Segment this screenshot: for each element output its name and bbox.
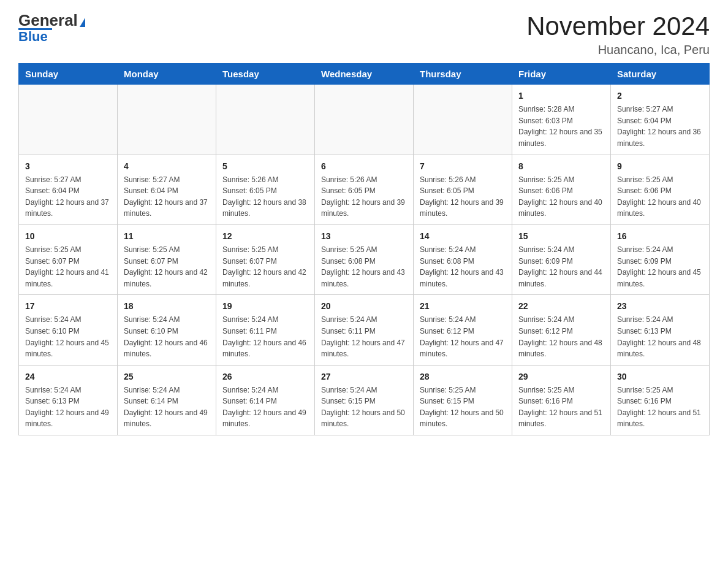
month-title: November 2024 xyxy=(526,12,710,40)
day-info: Sunrise: 5:25 AM Sunset: 6:08 PM Dayligh… xyxy=(321,244,407,289)
day-info: Sunrise: 5:24 AM Sunset: 6:13 PM Dayligh… xyxy=(617,314,703,359)
table-row: 30Sunrise: 5:25 AM Sunset: 6:16 PM Dayli… xyxy=(611,365,710,435)
col-wednesday: Wednesday xyxy=(315,64,414,85)
day-number: 29 xyxy=(518,370,604,383)
day-info: Sunrise: 5:27 AM Sunset: 6:04 PM Dayligh… xyxy=(617,104,703,149)
day-number: 5 xyxy=(222,160,308,173)
day-info: Sunrise: 5:24 AM Sunset: 6:11 PM Dayligh… xyxy=(321,314,407,359)
day-number: 14 xyxy=(420,230,506,243)
day-number: 8 xyxy=(518,160,604,173)
table-row: 3Sunrise: 5:27 AM Sunset: 6:04 PM Daylig… xyxy=(19,155,118,224)
calendar-week-row: 1Sunrise: 5:28 AM Sunset: 6:03 PM Daylig… xyxy=(19,85,710,155)
table-row: 2Sunrise: 5:27 AM Sunset: 6:04 PM Daylig… xyxy=(611,85,710,155)
day-number: 4 xyxy=(124,160,210,173)
day-info: Sunrise: 5:24 AM Sunset: 6:09 PM Dayligh… xyxy=(518,244,604,289)
day-info: Sunrise: 5:25 AM Sunset: 6:15 PM Dayligh… xyxy=(420,385,506,430)
days-of-week-row: Sunday Monday Tuesday Wednesday Thursday… xyxy=(19,64,710,85)
day-number: 7 xyxy=(420,160,506,173)
col-thursday: Thursday xyxy=(414,64,512,85)
table-row: 27Sunrise: 5:24 AM Sunset: 6:15 PM Dayli… xyxy=(315,365,414,435)
day-info: Sunrise: 5:24 AM Sunset: 6:10 PM Dayligh… xyxy=(25,314,111,359)
location-label: Huancano, Ica, Peru xyxy=(526,43,710,57)
day-number: 1 xyxy=(518,90,604,102)
day-info: Sunrise: 5:25 AM Sunset: 6:07 PM Dayligh… xyxy=(25,244,111,289)
table-row: 15Sunrise: 5:24 AM Sunset: 6:09 PM Dayli… xyxy=(512,224,611,294)
calendar-table: Sunday Monday Tuesday Wednesday Thursday… xyxy=(18,63,710,435)
table-row: 21Sunrise: 5:24 AM Sunset: 6:12 PM Dayli… xyxy=(414,295,512,365)
table-row: 16Sunrise: 5:24 AM Sunset: 6:09 PM Dayli… xyxy=(611,224,710,294)
table-row: 13Sunrise: 5:25 AM Sunset: 6:08 PM Dayli… xyxy=(315,224,414,294)
table-row: 11Sunrise: 5:25 AM Sunset: 6:07 PM Dayli… xyxy=(118,224,216,294)
day-info: Sunrise: 5:24 AM Sunset: 6:10 PM Dayligh… xyxy=(124,314,210,359)
day-info: Sunrise: 5:24 AM Sunset: 6:09 PM Dayligh… xyxy=(617,244,703,289)
logo-arrow-icon xyxy=(80,18,85,27)
day-info: Sunrise: 5:25 AM Sunset: 6:07 PM Dayligh… xyxy=(124,244,210,289)
calendar-body: 1Sunrise: 5:28 AM Sunset: 6:03 PM Daylig… xyxy=(19,85,710,435)
logo-text-blue: Blue xyxy=(18,29,48,45)
day-number: 28 xyxy=(420,370,506,383)
day-info: Sunrise: 5:26 AM Sunset: 6:05 PM Dayligh… xyxy=(420,174,506,220)
day-number: 9 xyxy=(617,160,703,173)
day-info: Sunrise: 5:24 AM Sunset: 6:14 PM Dayligh… xyxy=(124,385,210,430)
table-row: 24Sunrise: 5:24 AM Sunset: 6:13 PM Dayli… xyxy=(19,365,118,435)
day-info: Sunrise: 5:25 AM Sunset: 6:16 PM Dayligh… xyxy=(518,385,604,430)
day-number: 27 xyxy=(321,370,407,383)
table-row: 26Sunrise: 5:24 AM Sunset: 6:14 PM Dayli… xyxy=(216,365,315,435)
table-row: 28Sunrise: 5:25 AM Sunset: 6:15 PM Dayli… xyxy=(414,365,512,435)
table-row xyxy=(118,85,216,155)
calendar-header: Sunday Monday Tuesday Wednesday Thursday… xyxy=(19,64,710,85)
day-number: 30 xyxy=(617,370,703,383)
day-number: 19 xyxy=(222,300,308,313)
day-info: Sunrise: 5:26 AM Sunset: 6:05 PM Dayligh… xyxy=(222,174,308,220)
day-info: Sunrise: 5:24 AM Sunset: 6:14 PM Dayligh… xyxy=(222,385,308,430)
day-number: 13 xyxy=(321,230,407,243)
day-info: Sunrise: 5:24 AM Sunset: 6:12 PM Dayligh… xyxy=(518,314,604,359)
day-info: Sunrise: 5:27 AM Sunset: 6:04 PM Dayligh… xyxy=(124,174,210,220)
day-number: 12 xyxy=(222,230,308,243)
table-row: 18Sunrise: 5:24 AM Sunset: 6:10 PM Dayli… xyxy=(118,295,216,365)
col-friday: Friday xyxy=(512,64,611,85)
table-row: 20Sunrise: 5:24 AM Sunset: 6:11 PM Dayli… xyxy=(315,295,414,365)
table-row: 23Sunrise: 5:24 AM Sunset: 6:13 PM Dayli… xyxy=(611,295,710,365)
col-monday: Monday xyxy=(118,64,216,85)
day-number: 2 xyxy=(617,90,703,102)
day-number: 18 xyxy=(124,300,210,313)
day-number: 20 xyxy=(321,300,407,313)
day-info: Sunrise: 5:28 AM Sunset: 6:03 PM Dayligh… xyxy=(518,104,604,149)
day-number: 3 xyxy=(25,160,111,173)
table-row: 19Sunrise: 5:24 AM Sunset: 6:11 PM Dayli… xyxy=(216,295,315,365)
col-saturday: Saturday xyxy=(611,64,710,85)
table-row xyxy=(414,85,512,155)
title-area: November 2024 Huancano, Ica, Peru xyxy=(526,12,710,57)
calendar-week-row: 17Sunrise: 5:24 AM Sunset: 6:10 PM Dayli… xyxy=(19,295,710,365)
table-row: 22Sunrise: 5:24 AM Sunset: 6:12 PM Dayli… xyxy=(512,295,611,365)
day-number: 10 xyxy=(25,230,111,243)
day-info: Sunrise: 5:25 AM Sunset: 6:07 PM Dayligh… xyxy=(222,244,308,289)
day-info: Sunrise: 5:27 AM Sunset: 6:04 PM Dayligh… xyxy=(25,174,111,220)
table-row: 12Sunrise: 5:25 AM Sunset: 6:07 PM Dayli… xyxy=(216,224,315,294)
calendar-week-row: 24Sunrise: 5:24 AM Sunset: 6:13 PM Dayli… xyxy=(19,365,710,435)
day-info: Sunrise: 5:24 AM Sunset: 6:15 PM Dayligh… xyxy=(321,385,407,430)
table-row: 9Sunrise: 5:25 AM Sunset: 6:06 PM Daylig… xyxy=(611,155,710,224)
table-row: 10Sunrise: 5:25 AM Sunset: 6:07 PM Dayli… xyxy=(19,224,118,294)
day-info: Sunrise: 5:24 AM Sunset: 6:08 PM Dayligh… xyxy=(420,244,506,289)
day-info: Sunrise: 5:24 AM Sunset: 6:11 PM Dayligh… xyxy=(222,314,308,359)
day-number: 16 xyxy=(617,230,703,243)
day-number: 15 xyxy=(518,230,604,243)
table-row: 14Sunrise: 5:24 AM Sunset: 6:08 PM Dayli… xyxy=(414,224,512,294)
day-info: Sunrise: 5:24 AM Sunset: 6:12 PM Dayligh… xyxy=(420,314,506,359)
day-info: Sunrise: 5:25 AM Sunset: 6:06 PM Dayligh… xyxy=(518,174,604,220)
col-sunday: Sunday xyxy=(19,64,118,85)
day-number: 22 xyxy=(518,300,604,313)
day-info: Sunrise: 5:26 AM Sunset: 6:05 PM Dayligh… xyxy=(321,174,407,220)
table-row: 6Sunrise: 5:26 AM Sunset: 6:05 PM Daylig… xyxy=(315,155,414,224)
day-info: Sunrise: 5:25 AM Sunset: 6:16 PM Dayligh… xyxy=(617,385,703,430)
day-number: 17 xyxy=(25,300,111,313)
day-number: 21 xyxy=(420,300,506,313)
day-number: 24 xyxy=(25,370,111,383)
table-row: 7Sunrise: 5:26 AM Sunset: 6:05 PM Daylig… xyxy=(414,155,512,224)
table-row: 17Sunrise: 5:24 AM Sunset: 6:10 PM Dayli… xyxy=(19,295,118,365)
day-number: 11 xyxy=(124,230,210,243)
table-row xyxy=(216,85,315,155)
logo-text-general: General xyxy=(18,12,78,28)
